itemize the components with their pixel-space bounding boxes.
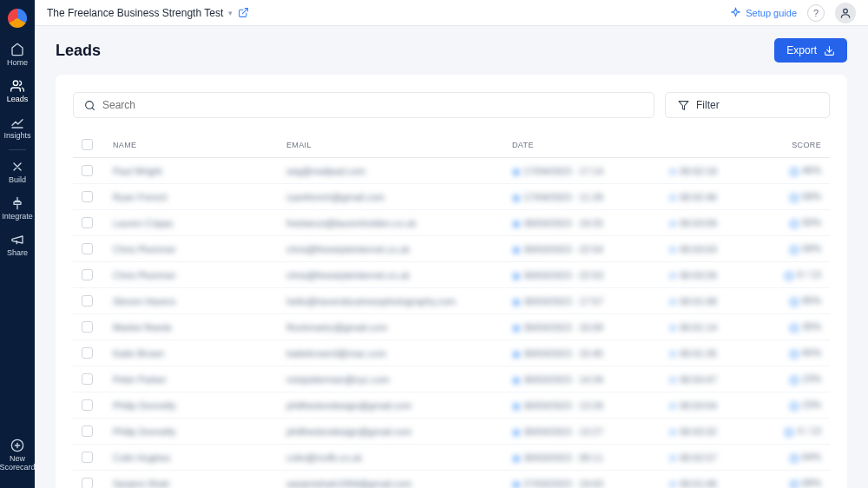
row-checkbox[interactable] xyxy=(82,425,93,437)
score-ring-icon xyxy=(790,402,799,411)
score-ring-icon xyxy=(790,324,799,333)
table-header: NAME EMAIL DATE SCORE xyxy=(73,132,830,158)
cell-score: 4 / 13 xyxy=(755,425,821,436)
leads-table: NAME EMAIL DATE SCORE Paul Wrightseg@mai… xyxy=(73,132,830,488)
cell-duration: ◔00:01:06 xyxy=(668,478,755,489)
row-checkbox[interactable] xyxy=(82,373,93,385)
table-row[interactable]: Markie ReedsRockmarkz@gmail.com▣30/03/20… xyxy=(73,314,830,340)
calendar-icon: ▣ xyxy=(512,245,520,254)
sidebar-item-home[interactable]: Home xyxy=(0,36,35,73)
sidebar-item-new-scorecard[interactable]: New Scorecard xyxy=(0,432,35,478)
cell-date: ▣30/03/2023 · 14:34 xyxy=(512,374,668,385)
row-checkbox[interactable] xyxy=(82,321,93,333)
calendar-icon: ▣ xyxy=(512,219,520,228)
table-header-name[interactable]: NAME xyxy=(113,141,286,149)
clock-icon: ◔ xyxy=(668,167,676,176)
cell-score: 64% xyxy=(755,452,821,462)
search-input[interactable] xyxy=(102,99,643,111)
cell-email: sanjenishah1994@gmail.com xyxy=(286,478,512,489)
clock-icon: ◔ xyxy=(668,271,676,280)
cell-email: philthedondesign@gmail.com xyxy=(286,426,512,437)
chart-icon xyxy=(10,115,24,129)
calendar-icon: ▣ xyxy=(512,297,520,307)
row-checkbox[interactable] xyxy=(82,478,93,488)
sidebar-item-label: Leads xyxy=(7,95,29,103)
table-row[interactable]: Philip Donnellyphilthedondesign@gmail.co… xyxy=(73,419,830,445)
project-title: The Freelance Business Strength Test xyxy=(47,7,223,19)
row-checkbox[interactable] xyxy=(82,165,93,176)
score-ring-icon xyxy=(790,298,799,307)
cell-name: Sanjeni Shah xyxy=(113,478,286,489)
calendar-icon: ▣ xyxy=(512,375,520,385)
svg-line-4 xyxy=(243,9,248,14)
table-row[interactable]: Chris Plummerchris@freestyleinternet.co.… xyxy=(73,262,830,288)
table-row[interactable]: Chris Plummerchris@freestyleinternet.co.… xyxy=(73,236,830,262)
cell-date: ▣17/04/2023 · 11:28 xyxy=(512,192,668,202)
row-checkbox[interactable] xyxy=(82,452,93,463)
sidebar-item-build[interactable]: Build xyxy=(0,154,35,190)
clock-icon: ◔ xyxy=(668,323,676,333)
sidebar-item-label: New xyxy=(10,454,25,463)
cell-duration: ◔00:03:47 xyxy=(668,374,755,385)
sidebar-item-insights[interactable]: Insights xyxy=(0,109,35,146)
search-box[interactable] xyxy=(73,92,654,118)
table-header-score[interactable]: SCORE xyxy=(755,141,821,149)
score-ring-icon xyxy=(790,454,799,463)
row-checkbox[interactable] xyxy=(82,243,93,254)
clock-icon: ◔ xyxy=(668,193,676,202)
table-body: Paul Wrightseg@mailpad.com▣17/04/2023 · … xyxy=(73,158,830,488)
cell-email: hello@haversbusinessphotography.com xyxy=(286,296,512,307)
cell-email: Rockmarkz@gmail.com xyxy=(286,322,512,333)
calendar-icon: ▣ xyxy=(512,401,520,411)
table-row[interactable]: Sanjeni Shahsanjenishah1994@gmail.com▣27… xyxy=(73,471,830,488)
cell-email: chris@freestyleinternet.co.uk xyxy=(286,270,512,280)
row-checkbox[interactable] xyxy=(82,295,93,307)
filter-label: Filter xyxy=(696,99,720,111)
cell-duration: ◔00:01:08 xyxy=(668,296,755,307)
clock-icon: ◔ xyxy=(668,349,676,359)
cell-email: ryanfrench@gmail.com xyxy=(286,192,512,202)
table-row[interactable]: Peter Parkernotspiderman@nyc.com▣30/03/2… xyxy=(73,366,830,392)
row-checkbox[interactable] xyxy=(82,217,93,228)
sidebar-item-share[interactable]: Share xyxy=(0,227,35,263)
user-avatar[interactable] xyxy=(835,3,856,23)
topbar: The Freelance Business Strength Test ▾ S… xyxy=(35,0,868,26)
table-row[interactable]: Steven Havershello@haversbusinessphotogr… xyxy=(73,288,830,314)
setup-guide-link[interactable]: Setup guide xyxy=(730,7,797,18)
table-row[interactable]: Philip Donnellyphilthedondesign@gmail.co… xyxy=(73,392,830,419)
cell-duration: ◔00:03:32 xyxy=(668,426,755,437)
table-row[interactable]: Paul Wrightseg@mailpad.com▣17/04/2023 · … xyxy=(73,158,830,184)
select-all-checkbox[interactable] xyxy=(82,139,93,150)
svg-line-8 xyxy=(92,108,94,109)
cell-date: ▣30/03/2023 · 15:45 xyxy=(512,348,668,359)
row-checkbox[interactable] xyxy=(82,191,93,202)
external-link-icon[interactable] xyxy=(238,7,249,18)
cell-score: 23% xyxy=(755,399,821,410)
cell-date: ▣30/03/2023 · 13:28 xyxy=(512,400,668,411)
score-ring-icon xyxy=(790,220,799,228)
sidebar-item-leads[interactable]: Leads xyxy=(0,73,35,109)
filter-icon xyxy=(678,100,689,111)
table-row[interactable]: Katie Brownkatiebrown3@mac.com▣30/03/202… xyxy=(73,340,830,366)
export-button[interactable]: Export xyxy=(774,38,847,63)
row-checkbox[interactable] xyxy=(82,347,93,359)
cell-duration: ◔00:03:54 xyxy=(668,400,755,411)
sidebar-item-integrate[interactable]: Integrate xyxy=(0,190,35,227)
table-row[interactable]: Lauren Crippsfreelance@laurenholden.co.u… xyxy=(73,210,830,236)
cell-date: ▣30/03/2023 · 19:25 xyxy=(512,218,668,228)
row-checkbox[interactable] xyxy=(82,269,93,280)
svg-marker-9 xyxy=(679,101,688,109)
help-button[interactable]: ? xyxy=(807,4,825,22)
cell-score: 68% xyxy=(755,478,821,488)
filter-button[interactable]: Filter xyxy=(665,92,830,118)
cell-date: ▣30/03/2023 · 16:09 xyxy=(512,322,668,333)
project-switcher[interactable]: The Freelance Business Strength Test ▾ xyxy=(47,7,249,19)
cell-name: Markie Reeds xyxy=(113,322,286,333)
cell-date: ▣30/03/2023 · 09:11 xyxy=(512,452,668,463)
cell-score: 50% xyxy=(755,217,821,228)
table-row[interactable]: Colin Hughescolin@mvfb.co.uk▣30/03/2023 … xyxy=(73,445,830,471)
table-header-email[interactable]: EMAIL xyxy=(286,141,512,149)
table-header-date[interactable]: DATE xyxy=(512,141,668,149)
row-checkbox[interactable] xyxy=(82,399,93,411)
table-row[interactable]: Ryan Frenchryanfrench@gmail.com▣17/04/20… xyxy=(73,184,830,210)
